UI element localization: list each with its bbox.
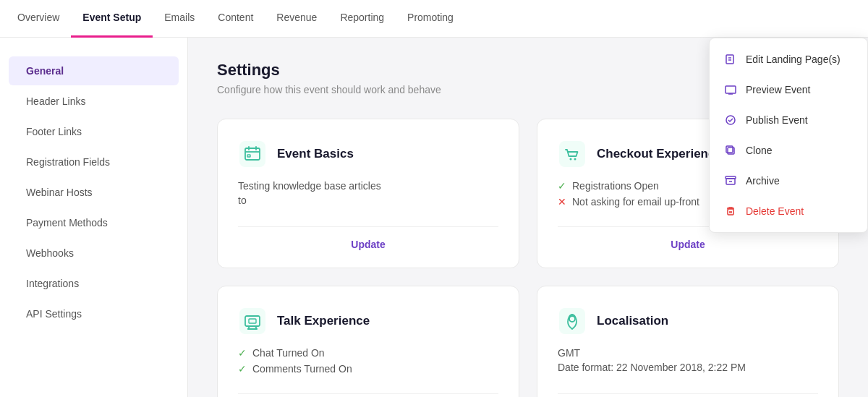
sidebar-item-general[interactable]: General [9, 56, 179, 85]
checkout-check-1-text: Registrations Open [572, 180, 659, 192]
nav-revenue[interactable]: Revenue [265, 0, 328, 38]
svg-point-23 [574, 158, 576, 161]
svg-rect-24 [239, 308, 265, 334]
clone-icon [724, 144, 737, 157]
card-localisation-footer: Update [558, 393, 818, 397]
dropdown-edit-landing-label: Edit Landing Page(s) [746, 54, 841, 65]
card-localisation: Localisation GMT Date format: 22 Novembe… [537, 286, 839, 397]
dropdown-archive-label: Archive [746, 175, 780, 187]
nav-reporting[interactable]: Reporting [328, 0, 396, 38]
svg-point-22 [570, 158, 572, 161]
dropdown-clone[interactable]: Clone [710, 135, 867, 166]
checkout-cross-1-text: Not asking for email up-front [572, 196, 699, 208]
card-event-basics-update-button[interactable]: Update [351, 236, 385, 253]
checkout-experience-icon [558, 140, 587, 168]
check-icon-1: ✓ [558, 180, 566, 192]
sidebar-item-integrations[interactable]: Integrations [9, 269, 179, 298]
card-talk-experience-body: ✓ Chat Turned On ✓ Comments Turned On [238, 347, 498, 379]
card-localisation-header: Localisation [558, 307, 818, 336]
dropdown-menu: Edit Landing Page(s) Preview Event Publi… [709, 38, 868, 233]
card-checkout-experience-update-button[interactable]: Update [671, 236, 705, 253]
card-checkout-experience-title: Checkout Experience [597, 147, 722, 161]
nav-event-setup[interactable]: Event Setup [71, 0, 153, 38]
sidebar-item-webhooks[interactable]: Webhooks [9, 239, 179, 268]
card-event-basics-line2: to [238, 195, 498, 206]
dropdown-preview-event[interactable]: Preview Event [710, 74, 867, 105]
talk-check-1-text: Chat Turned On [252, 347, 325, 359]
sidebar-item-header-links[interactable]: Header Links [9, 87, 179, 116]
nav-overview[interactable]: Overview [17, 0, 71, 38]
card-event-basics-header: Event Basics [238, 140, 498, 168]
card-event-basics-line1: Testing knowledge base articles [238, 180, 498, 192]
check-icon-2: ✓ [238, 347, 247, 359]
dropdown-delete-event[interactable]: Delete Event [710, 196, 867, 226]
talk-check-2-text: Comments Turned On [252, 363, 352, 375]
card-localisation-title: Localisation [597, 314, 668, 328]
card-localisation-line2: Date format: 22 November 2018, 2:22 PM [558, 362, 818, 373]
card-talk-experience-footer: Update [238, 393, 498, 397]
sidebar: General Header Links Footer Links Regist… [0, 38, 188, 397]
svg-rect-3 [726, 86, 736, 93]
sidebar-item-footer-links[interactable]: Footer Links [9, 117, 179, 146]
svg-rect-12 [728, 209, 733, 215]
publish-icon [724, 114, 737, 127]
talk-check-2: ✓ Comments Turned On [238, 363, 498, 375]
sidebar-item-payment-methods[interactable]: Payment Methods [9, 208, 179, 237]
card-event-basics-title: Event Basics [277, 147, 354, 161]
svg-rect-0 [726, 55, 733, 64]
card-talk-experience-title: Talk Experience [277, 314, 370, 328]
card-localisation-body: GMT Date format: 22 November 2018, 2:22 … [558, 347, 818, 379]
svg-rect-10 [726, 176, 736, 179]
archive-icon [724, 174, 737, 187]
talk-experience-icon [238, 307, 267, 336]
edit-icon [724, 53, 737, 66]
sidebar-item-registration-fields[interactable]: Registration Fields [9, 148, 179, 176]
event-basics-icon [238, 140, 267, 168]
dropdown-publish-event[interactable]: Publish Event [710, 105, 867, 135]
sidebar-item-webinar-hosts[interactable]: Webinar Hosts [9, 178, 179, 207]
card-event-basics-body: Testing knowledge base articles to [238, 180, 498, 212]
dropdown-edit-landing[interactable]: Edit Landing Page(s) [710, 44, 867, 74]
card-event-basics-footer: Update [238, 226, 498, 253]
card-talk-experience: Talk Experience ✓ Chat Turned On ✓ Comme… [217, 286, 519, 397]
preview-icon [724, 83, 737, 96]
delete-icon [724, 205, 737, 218]
svg-rect-30 [559, 308, 585, 334]
nav-content[interactable]: Content [206, 0, 265, 38]
cross-icon-1: ✕ [558, 196, 566, 208]
sidebar-item-api-settings[interactable]: API Settings [9, 299, 179, 328]
svg-rect-21 [559, 141, 585, 167]
card-event-basics: Event Basics Testing knowledge base arti… [217, 119, 519, 268]
localisation-icon [558, 307, 587, 336]
card-localisation-line1: GMT [558, 347, 818, 359]
dropdown-archive[interactable]: Archive [710, 166, 867, 196]
dropdown-clone-label: Clone [746, 145, 773, 156]
dropdown-preview-event-label: Preview Event [746, 84, 810, 95]
nav-promoting[interactable]: Promoting [396, 0, 465, 38]
card-talk-experience-header: Talk Experience [238, 307, 498, 336]
top-nav: Overview Event Setup Emails Content Reve… [0, 0, 868, 38]
talk-check-1: ✓ Chat Turned On [238, 347, 498, 359]
svg-rect-15 [239, 141, 265, 167]
check-icon-3: ✓ [238, 363, 247, 375]
dropdown-publish-event-label: Publish Event [746, 114, 808, 126]
dropdown-delete-event-label: Delete Event [746, 205, 804, 217]
nav-emails[interactable]: Emails [153, 0, 206, 38]
